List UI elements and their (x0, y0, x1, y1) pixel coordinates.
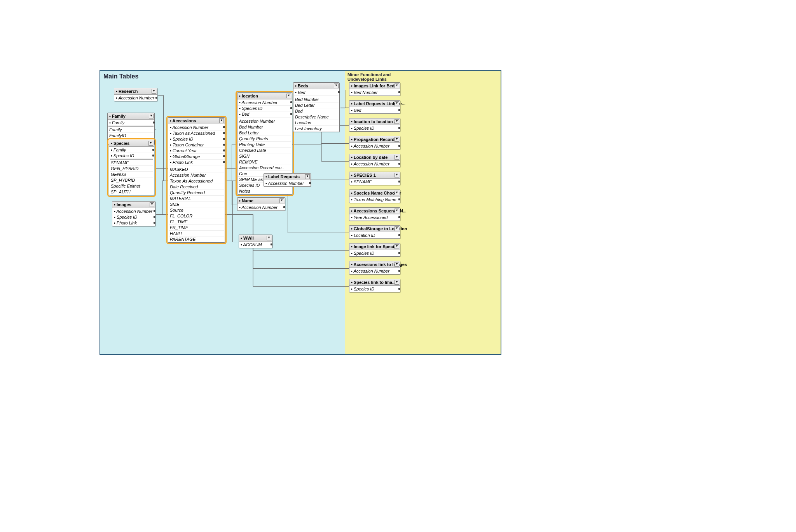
table-label-requests[interactable]: • Label Requests▾• Accession Number (264, 173, 311, 187)
table-field[interactable]: Quantity Plants (238, 136, 291, 142)
table-side-9[interactable]: • Image link for Speci...▾• Species ID (349, 243, 400, 257)
table-side-11[interactable]: • Species link to Ima...▾• Species ID (349, 279, 400, 292)
table-accessions[interactable]: • Accessions▾• Accession Number• Taxon a… (168, 117, 225, 243)
collapse-icon[interactable]: ▾ (219, 118, 224, 123)
collapse-icon[interactable]: ▾ (395, 209, 399, 213)
table-field[interactable]: Descriptive Name (294, 114, 339, 120)
table-header[interactable]: • GlobalStorage to Location▾ (349, 226, 400, 232)
table-header[interactable]: • Propagation Records▾ (349, 136, 400, 143)
table-field[interactable]: • Bed Number (350, 90, 399, 95)
table-field[interactable]: • Current Year (169, 148, 224, 154)
table-field[interactable]: • GlobalStorage (169, 154, 224, 160)
table-field[interactable]: • Year Accessioned (350, 215, 399, 220)
collapse-icon[interactable]: ▾ (148, 141, 153, 146)
table-header[interactable]: • location to location ...▾ (349, 118, 400, 125)
table-header[interactable]: • location▾ (237, 93, 292, 99)
table-field[interactable]: • Species ID (169, 136, 224, 142)
collapse-icon[interactable]: ▾ (305, 174, 310, 179)
collapse-icon[interactable]: ▾ (395, 173, 399, 177)
table-header[interactable]: • Accessions▾ (168, 118, 225, 124)
table-field[interactable]: HABIT (169, 231, 224, 236)
table-field[interactable]: FamilyID (108, 133, 154, 139)
table-side-10[interactable]: • Accessions link to Images▾• Accession … (349, 261, 400, 275)
table-field[interactable]: • Species ID (350, 250, 399, 256)
table-field[interactable]: • Family (108, 120, 154, 126)
table-field[interactable]: • ACCNUM (240, 242, 271, 247)
table-header[interactable]: • Accessions link to Images▾ (349, 261, 400, 268)
table-field[interactable]: Bed Number (294, 97, 339, 103)
table-field[interactable]: • Taxon Matching Name (350, 197, 399, 202)
table-field[interactable]: MATERIAL (169, 196, 224, 202)
table-header[interactable]: • WWII▾ (239, 235, 272, 242)
table-field[interactable]: • SPNAME (350, 179, 399, 184)
table-field[interactable]: • Photo Link (169, 160, 224, 165)
table-field[interactable]: • Accession Number (350, 161, 399, 167)
table-field[interactable]: SP_AUTH (110, 189, 153, 195)
table-side-0[interactable]: • Images Link for Beds▾• Bed Number (349, 82, 400, 96)
table-side-4[interactable]: • Location by date▾• Accession Number (349, 154, 400, 167)
table-field[interactable]: • Bed (350, 108, 399, 113)
table-field[interactable]: • Species ID (110, 153, 153, 159)
table-header[interactable]: • SPECIES 1▾ (349, 172, 400, 179)
table-header[interactable]: • Research▾ (114, 88, 157, 95)
table-field[interactable]: Bed Letter (238, 130, 291, 136)
table-field[interactable]: • Taxon Container (169, 142, 224, 148)
table-field[interactable]: SIZE (169, 202, 224, 207)
table-field[interactable]: • Accession Number (265, 181, 310, 186)
collapse-icon[interactable]: ▾ (334, 83, 339, 88)
table-field[interactable]: • Species ID (113, 214, 154, 220)
table-header[interactable]: • Label Requests Link for...▾ (349, 101, 400, 107)
table-images[interactable]: • Images▾• Accession Number• Species ID•… (112, 201, 155, 226)
table-header[interactable]: • Image link for Speci...▾ (349, 243, 400, 250)
table-field[interactable]: • Accession Number (350, 143, 399, 149)
table-field[interactable]: Family (108, 127, 154, 133)
table-field[interactable]: FR_TIME (169, 225, 224, 231)
table-side-3[interactable]: • Propagation Records▾• Accession Number (349, 136, 400, 150)
table-field[interactable]: • Accession Number (115, 95, 156, 101)
table-field[interactable]: SIGN (238, 153, 291, 159)
table-header[interactable]: • Images▾ (112, 202, 155, 208)
table-field[interactable]: • Accession Number (238, 205, 284, 210)
table-field[interactable]: Planting Date (238, 142, 291, 148)
collapse-icon[interactable]: ▾ (150, 202, 154, 207)
collapse-icon[interactable]: ▾ (152, 89, 156, 94)
table-field[interactable]: Checked Date (238, 148, 291, 153)
table-header[interactable]: • Name▾ (237, 198, 285, 204)
table-header[interactable]: • Species link to Ima...▾ (349, 279, 400, 286)
table-field[interactable]: Notes (238, 188, 291, 194)
table-field[interactable]: • Accession Number (169, 125, 224, 130)
table-field[interactable]: • Location ID (350, 233, 399, 238)
collapse-icon[interactable]: ▾ (279, 198, 284, 203)
table-side-1[interactable]: • Label Requests Link for...▾• Bed (349, 100, 400, 114)
table-field[interactable]: Specific Epithet (110, 183, 153, 189)
table-field[interactable]: • Taxon as Accessioned (169, 130, 224, 136)
table-field[interactable]: Date Received (169, 184, 224, 190)
collapse-icon[interactable]: ▾ (395, 83, 399, 88)
table-field[interactable]: • Accession Number (350, 268, 399, 274)
table-field[interactable]: FL_TIME (169, 219, 224, 225)
collapse-icon[interactable]: ▾ (267, 236, 271, 240)
table-side-8[interactable]: • GlobalStorage to Location▾• Location I… (349, 225, 400, 239)
collapse-icon[interactable]: ▾ (149, 114, 154, 118)
table-field[interactable]: GENUS (110, 172, 153, 177)
table-header[interactable]: • Label Requests▾ (264, 174, 311, 180)
table-field[interactable]: Accession Number (169, 172, 224, 178)
table-beds[interactable]: • Beds▾• BedBed NumberBed LetterBedDescr… (293, 82, 340, 132)
table-field[interactable]: Bed Letter (294, 103, 339, 108)
table-field[interactable]: • Bed (294, 90, 339, 96)
collapse-icon[interactable]: ▾ (395, 280, 399, 285)
collapse-icon[interactable]: ▾ (395, 191, 399, 195)
table-species[interactable]: • Species▾• Family• Species IDSPNAMEGEN_… (109, 140, 154, 195)
table-field[interactable]: • Accession Number (238, 100, 291, 106)
table-field[interactable]: FL_COLOR (169, 213, 224, 219)
collapse-icon[interactable]: ▾ (395, 226, 399, 231)
table-research[interactable]: • Research▾• Accession Number (114, 88, 157, 101)
table-field[interactable]: Accession Record cou.. (238, 165, 291, 171)
table-side-5[interactable]: • SPECIES 1▾• SPNAME (349, 172, 400, 185)
table-header[interactable]: • Beds▾ (293, 83, 339, 89)
table-header[interactable]: • Family▾ (108, 113, 154, 120)
collapse-icon[interactable]: ▾ (395, 262, 399, 267)
table-field[interactable]: Source (169, 207, 224, 213)
collapse-icon[interactable]: ▾ (286, 94, 291, 98)
table-wwii[interactable]: • WWII▾• ACCNUM (239, 235, 272, 248)
